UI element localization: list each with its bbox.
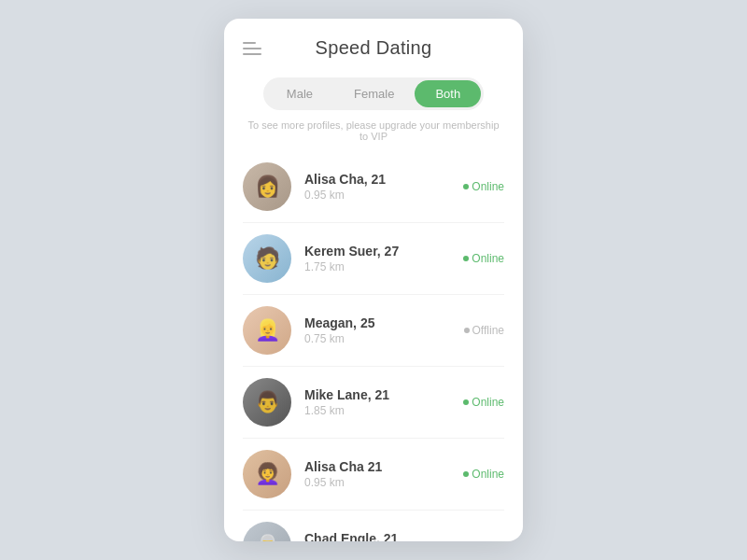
app-card: Speed Dating Male Female Both To see mor… [224, 19, 523, 541]
status-label: Online [472, 252, 504, 265]
profile-item[interactable]: 👩 Alisa Cha, 21 0.95 km Online [243, 151, 504, 223]
profile-name: Alisa Cha 21 [304, 459, 463, 474]
profile-item[interactable]: 👨 Mike Lane, 21 1.85 km Online [243, 367, 504, 439]
avatar: 👱‍♀️ [243, 306, 291, 355]
avatar: 👩 [243, 162, 291, 211]
avatar: 🧑 [243, 234, 291, 283]
profile-info: Kerem Suer, 27 1.75 km [304, 244, 463, 273]
profile-status: Offline [464, 324, 504, 337]
profile-status: Online [463, 396, 504, 409]
profile-info: Alisa Cha 21 0.95 km [304, 459, 463, 489]
profile-distance: 1.75 km [304, 260, 463, 273]
avatar-image: 🧑 [243, 234, 291, 283]
vip-notice: To see more profiles, please upgrade you… [224, 116, 523, 151]
profile-name: Kerem Suer, 27 [304, 244, 463, 259]
filter-tabs: Male Female Both [224, 70, 523, 116]
menu-icon[interactable] [243, 42, 261, 55]
avatar: 👨 [243, 378, 291, 427]
filter-group: Male Female Both [263, 77, 484, 110]
profile-item[interactable]: 🧑 Kerem Suer, 27 1.75 km Online [243, 223, 504, 295]
status-label: Offline [472, 324, 504, 337]
filter-male[interactable]: Male [266, 80, 333, 107]
filter-female[interactable]: Female [333, 80, 415, 107]
status-label: Online [472, 468, 504, 481]
profile-info: Alisa Cha, 21 0.95 km [304, 172, 463, 202]
profile-status: Online [463, 468, 504, 481]
status-label: Online [472, 396, 504, 409]
profile-status: Offline [464, 539, 504, 541]
profile-status: Online [463, 180, 504, 193]
status-dot-icon [463, 399, 469, 405]
profile-name: Alisa Cha, 21 [304, 172, 463, 187]
profile-distance: 0.75 km [304, 332, 464, 345]
profile-name: Chad Engle, 21 [304, 531, 464, 541]
profile-distance: 0.95 km [304, 476, 463, 489]
avatar-image: 👱‍♀️ [243, 306, 291, 355]
avatar-image: 👨‍🦳 [243, 522, 291, 541]
profile-item[interactable]: 👩‍🦱 Alisa Cha 21 0.95 km Online [243, 439, 504, 511]
profile-name: Mike Lane, 21 [304, 387, 463, 402]
profile-info: Chad Engle, 21 2.85 km [304, 531, 464, 541]
status-dot-icon [464, 328, 470, 333]
profile-distance: 1.85 km [304, 404, 463, 417]
header: Speed Dating [224, 19, 523, 70]
profiles-list: 👩 Alisa Cha, 21 0.95 km Online 🧑 Kerem S… [224, 151, 523, 541]
avatar-image: 👨 [243, 378, 291, 427]
profile-item[interactable]: 👱‍♀️ Meagan, 25 0.75 km Offline [243, 295, 504, 367]
filter-both[interactable]: Both [415, 80, 481, 107]
status-dot-icon [463, 256, 469, 261]
avatar-image: 👩‍🦱 [243, 450, 291, 498]
profile-info: Mike Lane, 21 1.85 km [304, 387, 463, 417]
avatar: 👩‍🦱 [243, 450, 291, 498]
page-title: Speed Dating [316, 37, 432, 59]
avatar: 👨‍🦳 [243, 522, 291, 541]
profile-item[interactable]: 👨‍🦳 Chad Engle, 21 2.85 km Offline [243, 511, 504, 541]
profile-info: Meagan, 25 0.75 km [304, 315, 464, 345]
status-dot-icon [463, 471, 469, 477]
status-label: Online [472, 180, 504, 193]
profile-distance: 0.95 km [304, 189, 463, 202]
status-label: Offline [472, 539, 504, 541]
status-dot-icon [463, 184, 469, 189]
profile-name: Meagan, 25 [304, 315, 464, 330]
profile-status: Online [463, 252, 504, 265]
avatar-image: 👩 [243, 162, 291, 211]
